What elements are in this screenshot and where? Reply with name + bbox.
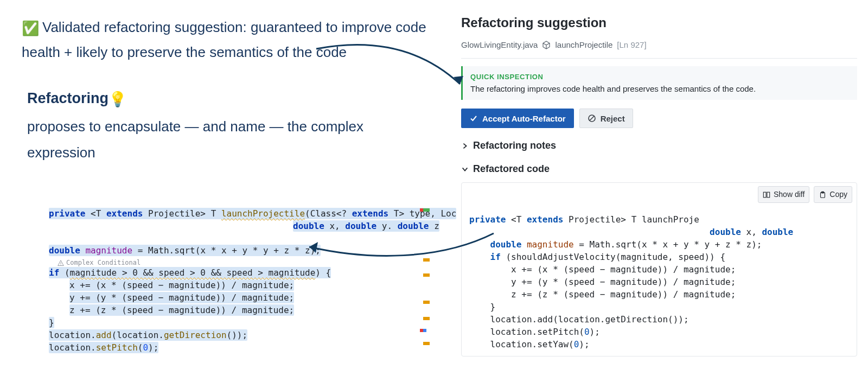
cube-icon xyxy=(542,41,551,49)
chevron-down-icon xyxy=(461,165,469,173)
check-icon xyxy=(469,114,478,123)
svg-rect-4 xyxy=(763,192,766,198)
columns-icon xyxy=(763,191,770,199)
accept-button[interactable]: Accept Auto-Refactor xyxy=(461,109,574,128)
breadcrumb-function: launchProjectile xyxy=(555,40,612,49)
source-code-editor[interactable]: private <T extends Projectile> T launchP… xyxy=(11,207,439,354)
reject-button[interactable]: Reject xyxy=(579,109,633,128)
quick-inspection-title: QUICK INSPECTION xyxy=(470,73,850,81)
svg-rect-5 xyxy=(767,192,770,198)
annotation-validated-text: Validated refactoring suggestion: guaran… xyxy=(22,19,426,60)
breadcrumb-line: [Ln 927] xyxy=(617,40,646,49)
editor-minimap[interactable] xyxy=(422,208,430,349)
clipboard-icon xyxy=(819,191,826,199)
breadcrumb: GlowLivingEntity.java launchProjectile [… xyxy=(461,40,857,59)
breadcrumb-file: GlowLivingEntity.java xyxy=(461,40,538,49)
quick-inspection-banner: QUICK INSPECTION The refactoring improve… xyxy=(461,66,857,100)
show-diff-button[interactable]: Show diff xyxy=(758,186,809,203)
refactored-code-block: Show diff Copy private <T extends Projec… xyxy=(461,182,857,356)
refactoring-notes-toggle[interactable]: Refactoring notes xyxy=(461,140,857,151)
svg-point-1 xyxy=(60,264,61,265)
copy-button[interactable]: Copy xyxy=(814,186,852,203)
annotation-validated: ✅Validated refactoring suggestion: guara… xyxy=(22,15,434,64)
panel-title: Refactoring suggestion xyxy=(461,15,857,30)
refactored-code-toggle[interactable]: Refactored code xyxy=(461,163,857,175)
lightbulb-icon: 💡 xyxy=(108,91,127,107)
svg-line-3 xyxy=(590,116,594,120)
quick-inspection-body: The refactoring improves code health and… xyxy=(470,84,850,93)
chevron-right-icon xyxy=(461,142,469,150)
annotation-refactoring-subtext: proposes to encapsulate — and name — the… xyxy=(27,113,434,165)
check-icon: ✅ xyxy=(22,20,39,36)
annotation-refactoring-heading: Refactoring💡 xyxy=(27,90,434,108)
cancel-icon xyxy=(588,114,596,123)
